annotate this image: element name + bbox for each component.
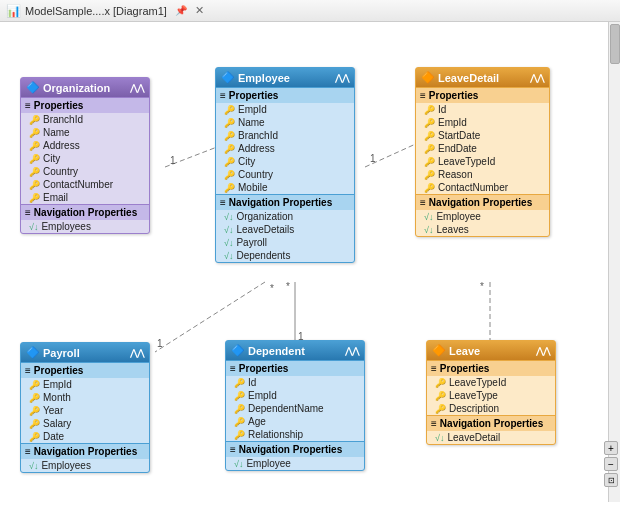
scrollbar-vertical[interactable]	[608, 22, 620, 502]
tab-label: ModelSample....x [Diagram1]	[25, 5, 167, 17]
zoom-in-button[interactable]: +	[604, 441, 618, 455]
emp-prop-address: 🔑Address	[216, 142, 354, 155]
leave-nav-leavedetail: √↓LeaveDetail	[427, 431, 555, 444]
entity-employee[interactable]: 🔷 Employee ⋀⋀ ≡ Properties 🔑EmpId 🔑Name …	[215, 67, 355, 263]
entity-payroll[interactable]: 🔷 Payroll ⋀⋀ ≡ Properties 🔑EmpId 🔑Month …	[20, 342, 150, 473]
payroll-nav-header: ≡ Navigation Properties	[21, 443, 149, 459]
emp-expand-icon[interactable]: ⋀⋀	[335, 73, 349, 83]
emp-prop-name: 🔑Name	[216, 116, 354, 129]
payroll-name: Payroll	[43, 347, 130, 359]
payroll-nav-employees: √↓Employees	[21, 459, 149, 472]
dep-nav-employee: √↓Employee	[226, 457, 364, 470]
prop-name: 🔑Name	[21, 126, 149, 139]
dep-prop-age: 🔑Age	[226, 415, 364, 428]
close-icon[interactable]: ✕	[195, 4, 204, 17]
leave-expand-icon[interactable]: ⋀⋀	[536, 346, 550, 356]
pin-icon[interactable]: 📌	[175, 5, 187, 16]
leave-icon: 🔶	[432, 344, 446, 357]
ld-icon: 🔶	[421, 71, 435, 84]
ld-header: 🔶 LeaveDetail ⋀⋀	[416, 68, 549, 87]
leave-prop-leavetype: 🔑LeaveType	[427, 389, 555, 402]
emp-prop-branchid: 🔑BranchId	[216, 129, 354, 142]
emp-prop-empid: 🔑EmpId	[216, 103, 354, 116]
ld-nav-header: ≡ Navigation Properties	[416, 194, 549, 210]
payroll-prop-date: 🔑Date	[21, 430, 149, 443]
emp-prop-mobile: 🔑Mobile	[216, 181, 354, 194]
zoom-controls: + − ⊡	[604, 441, 618, 487]
payroll-prop-month: 🔑Month	[21, 391, 149, 404]
dep-expand-icon[interactable]: ⋀⋀	[345, 346, 359, 356]
ld-nav-employee: √↓Employee	[416, 210, 549, 223]
svg-line-1	[365, 142, 420, 167]
dep-prop-relationship: 🔑Relationship	[226, 428, 364, 441]
prop-contactnumber: 🔑ContactNumber	[21, 178, 149, 191]
dep-header: 🔷 Dependent ⋀⋀	[226, 341, 364, 360]
ld-prop-reason: 🔑Reason	[416, 168, 549, 181]
leave-props-header: ≡ Properties	[427, 360, 555, 376]
zoom-fit-button[interactable]: ⊡	[604, 473, 618, 487]
emp-nav-org: √↓Organization	[216, 210, 354, 223]
dep-props-header: ≡ Properties	[226, 360, 364, 376]
dep-prop-name: 🔑DependentName	[226, 402, 364, 415]
title-bar: 📊 ModelSample....x [Diagram1] 📌 ✕	[0, 0, 620, 22]
org-expand-icon[interactable]: ⋀⋀	[130, 83, 144, 93]
org-icon: 🔷	[26, 81, 40, 94]
payroll-prop-empid: 🔑EmpId	[21, 378, 149, 391]
leave-prop-description: 🔑Description	[427, 402, 555, 415]
prop-city: 🔑City	[21, 152, 149, 165]
payroll-prop-salary: 🔑Salary	[21, 417, 149, 430]
svg-text:1: 1	[157, 338, 163, 349]
ld-prop-id: 🔑Id	[416, 103, 549, 116]
nav-employees: √↓Employees	[21, 220, 149, 233]
svg-text:1: 1	[170, 155, 176, 166]
svg-text:*: *	[270, 283, 274, 294]
payroll-expand-icon[interactable]: ⋀⋀	[130, 348, 144, 358]
prop-address: 🔑Address	[21, 139, 149, 152]
org-header: 🔷 Organization ⋀⋀	[21, 78, 149, 97]
emp-name: Employee	[238, 72, 335, 84]
entity-organization[interactable]: 🔷 Organization ⋀⋀ ≡ Properties 🔑BranchId…	[20, 77, 150, 234]
ld-prop-startdate: 🔑StartDate	[416, 129, 549, 142]
leave-header: 🔶 Leave ⋀⋀	[427, 341, 555, 360]
emp-prop-country: 🔑Country	[216, 168, 354, 181]
prop-email: 🔑Email	[21, 191, 149, 204]
entity-leavedetail[interactable]: 🔶 LeaveDetail ⋀⋀ ≡ Properties 🔑Id 🔑EmpId…	[415, 67, 550, 237]
dep-prop-id: 🔑Id	[226, 376, 364, 389]
svg-text:1: 1	[370, 153, 376, 164]
emp-nav-dependents: √↓Dependents	[216, 249, 354, 262]
org-nav-header: ≡ Navigation Properties	[21, 204, 149, 220]
dep-prop-empid: 🔑EmpId	[226, 389, 364, 402]
emp-nav-header: ≡ Navigation Properties	[216, 194, 354, 210]
zoom-out-button[interactable]: −	[604, 457, 618, 471]
emp-prop-city: 🔑City	[216, 155, 354, 168]
emp-header: 🔷 Employee ⋀⋀	[216, 68, 354, 87]
emp-nav-leavedetails: √↓LeaveDetails	[216, 223, 354, 236]
ld-name: LeaveDetail	[438, 72, 530, 84]
ld-nav-leaves: √↓Leaves	[416, 223, 549, 236]
prop-country: 🔑Country	[21, 165, 149, 178]
entity-leave[interactable]: 🔶 Leave ⋀⋀ ≡ Properties 🔑LeaveTypeId 🔑Le…	[426, 340, 556, 445]
svg-text:*: *	[480, 281, 484, 292]
scrollbar-thumb[interactable]	[610, 24, 620, 64]
prop-branchid: 🔑BranchId	[21, 113, 149, 126]
dep-nav-header: ≡ Navigation Properties	[226, 441, 364, 457]
org-props-header: ≡ Properties	[21, 97, 149, 113]
payroll-icon: 🔷	[26, 346, 40, 359]
leave-name: Leave	[449, 345, 536, 357]
ld-expand-icon[interactable]: ⋀⋀	[530, 73, 544, 83]
payroll-header: 🔷 Payroll ⋀⋀	[21, 343, 149, 362]
ld-prop-empid: 🔑EmpId	[416, 116, 549, 129]
ld-prop-enddate: 🔑EndDate	[416, 142, 549, 155]
entity-dependent[interactable]: 🔷 Dependent ⋀⋀ ≡ Properties 🔑Id 🔑EmpId 🔑…	[225, 340, 365, 471]
svg-text:*: *	[286, 281, 290, 292]
payroll-props-header: ≡ Properties	[21, 362, 149, 378]
org-name: Organization	[43, 82, 130, 94]
diagram-area: 1 * 1 * 1 * 1 * 1 * 🔷 Organization ⋀⋀ ≡ …	[0, 22, 620, 517]
leave-prop-leavetypeid: 🔑LeaveTypeId	[427, 376, 555, 389]
ld-prop-leavetypeid: 🔑LeaveTypeId	[416, 155, 549, 168]
payroll-prop-year: 🔑Year	[21, 404, 149, 417]
dep-icon: 🔷	[231, 344, 245, 357]
ld-prop-contactnumber: 🔑ContactNumber	[416, 181, 549, 194]
leave-nav-header: ≡ Navigation Properties	[427, 415, 555, 431]
diagram-icon: 📊	[6, 4, 21, 18]
